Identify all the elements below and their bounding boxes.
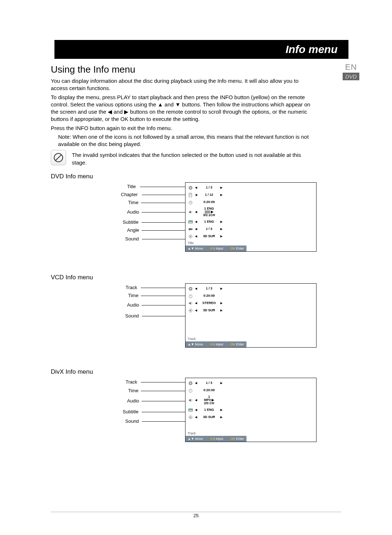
osd-row-track: 1 / 3 [188, 380, 314, 387]
osd-meta-label: Title [185, 241, 316, 246]
clock-icon [188, 388, 193, 393]
right-arrow-icon [220, 186, 223, 189]
callout-audio: Audio [127, 302, 139, 308]
callout-sound: Sound [125, 418, 139, 424]
divx-heading: DivX Info menu [51, 368, 348, 376]
svg-point-20 [190, 310, 191, 311]
callout-sound: Sound [125, 313, 139, 319]
osd-row-audio: 1 ENG ▯▯▯ ▶ 3/2.1CH [188, 206, 314, 218]
intro-paragraph-1: You can display information about the di… [51, 77, 312, 92]
svg-point-28 [190, 417, 191, 418]
intro-paragraph-2: To display the menu, press PLAY to start… [51, 94, 312, 123]
osd-footer: ▲▼ Move 0-9 Input OK Enter [185, 246, 246, 251]
subtitle-icon [188, 407, 193, 413]
dvd-heading: DVD Info menu [51, 173, 348, 180]
invalid-symbol-text: The invalid symbol indicates that the fu… [72, 151, 311, 166]
divx-osd: 1 / 3 0:20:09 1 MP3 ▶ 2/0 CH [185, 378, 317, 442]
disc-icon [188, 286, 193, 292]
vcd-menu-diagram: Track Time Audio Sound 1 / 3 0:20:09 [54, 283, 348, 363]
svg-point-13 [191, 228, 192, 230]
svg-point-14 [190, 236, 191, 237]
callout-time: Time [128, 293, 138, 298]
callout-track: Track [126, 379, 137, 385]
divx-menu-diagram: Track Time Audio Subtitle Sound 1 / 3 0:… [54, 377, 348, 461]
vcd-heading: VCD Info menu [51, 274, 348, 281]
lang-code: EN [343, 62, 359, 72]
osd-row-time: 0:20:09 [188, 387, 314, 394]
language-badge: EN DVD [343, 62, 359, 80]
callout-audio: Audio [127, 209, 139, 215]
callout-time: Time [128, 388, 138, 393]
page-title-bar: Info menu [54, 40, 348, 59]
svg-rect-12 [189, 228, 191, 230]
callout-angle: Angle [127, 227, 139, 233]
angle-icon [188, 226, 193, 232]
left-arrow-icon [195, 186, 198, 189]
callout-audio: Audio [127, 398, 139, 404]
svg-rect-11 [189, 222, 192, 223]
callout-subtitle: Subtitle [123, 409, 138, 414]
osd-row-subtitle: 1 ENG [188, 406, 314, 414]
disc-type-badge: DVD [343, 73, 359, 80]
sound-mode-icon [188, 234, 193, 239]
clock-icon [188, 199, 193, 205]
osd-row-audio: 1 MP3 ▶ 2/0 CH [188, 394, 314, 406]
audio-icon [188, 209, 193, 215]
sound-mode-icon [188, 308, 193, 313]
svg-point-23 [190, 382, 191, 384]
audio-icon [188, 300, 193, 306]
osd-row-sound: 3D SUR [188, 307, 314, 314]
disc-icon [188, 380, 193, 386]
page-title: Info menu [286, 43, 338, 56]
intro-paragraph-3: Press the INFO button again to exit the … [51, 125, 312, 132]
disc-icon [188, 185, 193, 191]
svg-rect-27 [189, 410, 192, 411]
callout-sound: Sound [125, 236, 139, 242]
audio-icon [188, 397, 193, 403]
osd-row-sound: 3D SUR [188, 414, 314, 421]
dvd-osd: 1 / 3 1 / 12 0:20:09 [185, 182, 317, 252]
svg-line-1 [56, 155, 61, 161]
osd-row-angle: 1 / 3 [188, 226, 314, 233]
callout-chapter: Chapter [121, 192, 138, 197]
osd-row-subtitle: 1 ENG [188, 218, 314, 226]
vcd-osd: 1 / 3 0:20:09 STEREO [185, 283, 317, 348]
callout-subtitle: Subtitle [123, 219, 138, 225]
callout-title: Title [127, 184, 136, 189]
invalid-symbol-icon [51, 150, 66, 165]
osd-row-title: 1 / 3 [188, 184, 314, 191]
svg-point-17 [190, 288, 191, 289]
section-heading: Using the Info menu [51, 64, 348, 75]
osd-row-track: 1 / 3 [188, 285, 314, 292]
osd-row-time: 0:20:09 [188, 292, 314, 300]
subtitle-icon [188, 219, 193, 225]
clock-icon [188, 293, 193, 299]
osd-row-sound: 3D SUR [188, 233, 314, 240]
svg-point-3 [190, 187, 191, 189]
osd-title-value: 1 / 3 [199, 186, 220, 189]
osd-row-time: 0:20:09 [188, 199, 314, 206]
osd-row-audio: STEREO [188, 300, 314, 307]
callout-time: Time [128, 200, 138, 205]
osd-row-chapter: 1 / 12 [188, 191, 314, 199]
page-number: 25 [51, 512, 341, 518]
dvd-menu-diagram: Title Chapter Time Audio Subtitle Angle … [54, 182, 348, 269]
callout-track: Track [126, 285, 137, 290]
sound-mode-icon [188, 414, 193, 420]
chapter-icon [188, 192, 193, 198]
note-paragraph: Note: When one of the icons is not follo… [58, 133, 312, 148]
